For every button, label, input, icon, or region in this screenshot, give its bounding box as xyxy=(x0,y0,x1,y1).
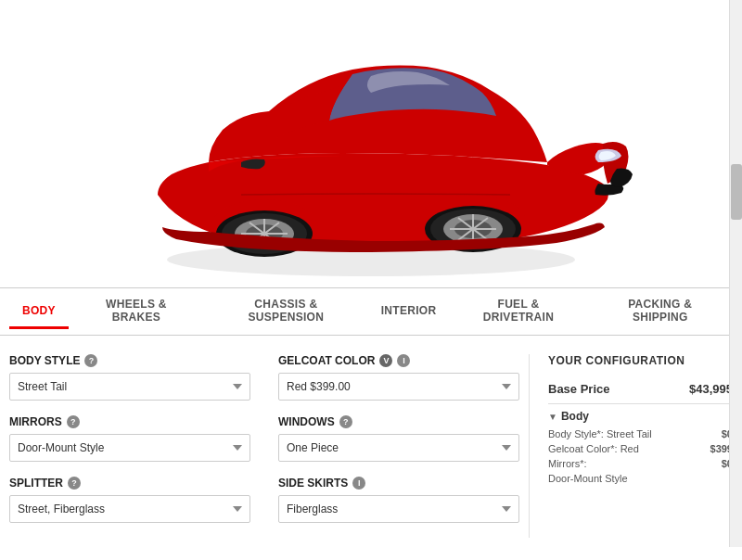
splitter-select[interactable]: Street, Fiberglass xyxy=(9,495,250,523)
gelcoat-summary-label: Gelcoat Color*: Red xyxy=(548,443,710,454)
side-skirts-select[interactable]: Fiberglass xyxy=(278,495,519,523)
car-image-area xyxy=(0,0,742,287)
gelcoat-color-v-icon[interactable]: V xyxy=(379,354,392,367)
summary-item-gelcoat: Gelcoat Color*: Red $399 xyxy=(548,441,733,456)
tab-interior[interactable]: INTERIOR xyxy=(368,295,450,329)
gelcoat-color-info-icon[interactable]: i xyxy=(397,354,410,367)
summary-base-price-row: Base Price $43,995 xyxy=(548,378,733,404)
summary-item-body-style: Body Style*: Street Tail $0 xyxy=(548,426,733,441)
mirrors-style-label: Door-Mount Style xyxy=(548,473,733,484)
side-skirts-info-icon[interactable]: i xyxy=(352,477,365,490)
windows-select[interactable]: One Piece xyxy=(278,434,519,462)
option-group-side-skirts: SIDE SKIRTS i Fiberglass xyxy=(278,477,519,523)
side-skirts-label: SIDE SKIRTS i xyxy=(278,477,519,490)
summary-panel: YOUR CONFIGURATION Base Price $43,995 ▼ … xyxy=(529,354,733,538)
windows-label: WINDOWS ? xyxy=(278,415,519,428)
tabs-bar: BODY WHEELS & BRAKES CHASSIS & SUSPENSIO… xyxy=(0,287,742,336)
scrollbar-track[interactable] xyxy=(729,0,742,547)
base-price-value: $43,995 xyxy=(689,382,733,396)
tab-packing-shipping[interactable]: PACKING & SHIPPING xyxy=(588,288,733,336)
tab-chassis-suspension[interactable]: CHASSIS & SUSPENSION xyxy=(204,288,368,336)
mirrors-info-icon[interactable]: ? xyxy=(67,415,80,428)
mirrors-summary-label: Mirrors*: xyxy=(548,458,722,469)
option-group-gelcoat-color: GELCOAT COLOR V i Red $399.00 xyxy=(278,354,519,401)
body-style-select[interactable]: Street Tail xyxy=(9,373,250,401)
gelcoat-color-select[interactable]: Red $399.00 xyxy=(278,373,519,401)
body-collapse-arrow[interactable]: ▼ xyxy=(548,412,557,422)
mirrors-select[interactable]: Door-Mount Style xyxy=(9,434,250,462)
mirrors-label: MIRRORS ? xyxy=(9,415,250,428)
splitter-info-icon[interactable]: ? xyxy=(68,477,81,490)
body-style-label: BODY STYLE ? xyxy=(9,354,250,367)
summary-title: YOUR CONFIGURATION xyxy=(548,354,733,367)
windows-info-icon[interactable]: ? xyxy=(339,415,352,428)
options-grid: BODY STYLE ? Street Tail GELCOAT COLOR V… xyxy=(9,354,519,538)
option-group-body-style: BODY STYLE ? Street Tail xyxy=(9,354,250,401)
option-group-splitter: SPLITTER ? Street, Fiberglass xyxy=(9,477,250,523)
scrollbar-thumb[interactable] xyxy=(731,164,742,220)
body-style-summary-label: Body Style*: Street Tail xyxy=(548,428,722,439)
tab-body[interactable]: BODY xyxy=(9,295,69,329)
gelcoat-color-label: GELCOAT COLOR V i xyxy=(278,354,519,367)
splitter-label: SPLITTER ? xyxy=(9,477,250,490)
tab-fuel-drivetrain[interactable]: FUEL & DRIVETRAIN xyxy=(449,288,587,336)
summary-item-mirrors-style: Door-Mount Style xyxy=(548,471,733,486)
option-group-mirrors: MIRRORS ? Door-Mount Style xyxy=(9,415,250,462)
main-content: BODY STYLE ? Street Tail GELCOAT COLOR V… xyxy=(0,336,742,547)
tab-wheels-brakes[interactable]: WHEELS & BRAKES xyxy=(69,288,204,336)
config-options: BODY STYLE ? Street Tail GELCOAT COLOR V… xyxy=(9,354,519,538)
body-style-info-icon[interactable]: ? xyxy=(84,354,97,367)
base-price-label: Base Price xyxy=(548,382,610,396)
summary-item-mirrors: Mirrors*: $0 xyxy=(548,456,733,471)
option-group-windows: WINDOWS ? One Piece xyxy=(278,415,519,462)
car-image xyxy=(102,9,640,278)
summary-section-body: ▼ Body xyxy=(548,410,733,423)
